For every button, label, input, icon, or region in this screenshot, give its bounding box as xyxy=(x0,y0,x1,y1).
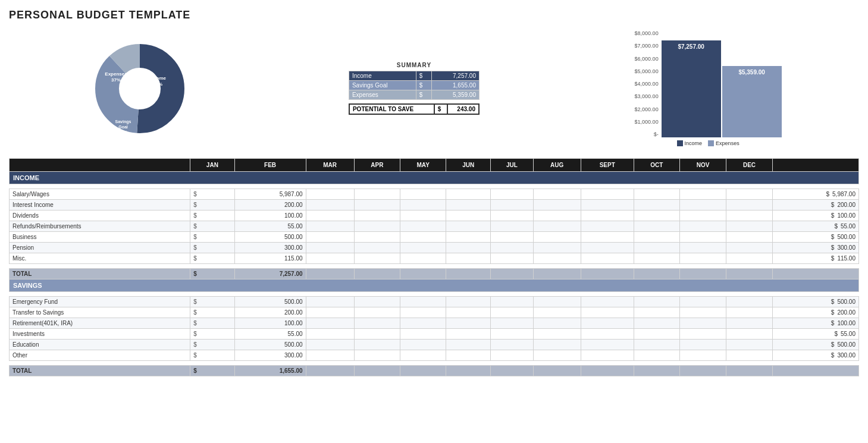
investments-total: $55.00 xyxy=(772,329,858,340)
expenses-bar-label: $5,359.00 xyxy=(738,69,765,76)
investments-jan-sym: $ xyxy=(190,329,235,340)
interest-jan-sym: $ xyxy=(190,200,235,210)
legend-income-label: Income xyxy=(685,140,703,146)
savings-total-sym: $ xyxy=(190,366,235,376)
business-total: $500.00 xyxy=(772,232,858,243)
bar-chart-section: $8,000.00 $7,000.00 $6,000.00 $5,000.00 … xyxy=(635,30,782,146)
income-bar-label: $7,257.00 xyxy=(678,43,704,50)
may-header: MAY xyxy=(400,159,446,172)
aug-header: AUG xyxy=(533,159,581,172)
legend-income-color xyxy=(677,140,683,146)
page-title: PERSONAL BUDGET TEMPLATE xyxy=(9,9,859,21)
savings-section-label: SAVINGS xyxy=(10,279,859,292)
income-pension-row: Pension $ 300.00 $300.00 xyxy=(10,243,859,253)
svg-text:Income: Income xyxy=(149,76,167,81)
income-business-row: Business $ 500.00 $500.00 xyxy=(10,232,859,243)
pension-label: Pension xyxy=(10,243,190,253)
refunds-total: $55.00 xyxy=(772,221,858,232)
dividends-jan-sym: $ xyxy=(190,210,235,221)
summary-title: SUMMARY xyxy=(397,62,431,68)
svg-text:51%: 51% xyxy=(153,81,162,87)
refunds-jan-val: 55.00 xyxy=(234,221,306,232)
interest-jan-val: 200.00 xyxy=(234,200,306,210)
emergency-total: $500.00 xyxy=(772,297,858,307)
potential-save-table: POTENTIAL TO SAVE $ 243.00 xyxy=(349,103,480,115)
potential-save-row: POTENTIAL TO SAVE $ 243.00 xyxy=(349,104,479,114)
savings-retirement-row: Retirement(401K, IRA) $ 100.00 $100.00 xyxy=(10,318,859,329)
savings-total-row: TOTAL $ 1,655.00 xyxy=(10,366,859,376)
jul-header: JUL xyxy=(490,159,533,172)
other-jan-val: 300.00 xyxy=(234,350,306,361)
other-jan-sym: $ xyxy=(190,350,235,361)
transfer-total: $200.00 xyxy=(772,307,858,318)
summary-income-label: Income xyxy=(349,71,416,81)
retirement-jan-sym: $ xyxy=(190,318,235,329)
potential-save-label: POTENTIAL TO SAVE xyxy=(349,104,434,114)
refunds-jan-sym: $ xyxy=(190,221,235,232)
income-total-sym: $ xyxy=(190,269,235,279)
label-header xyxy=(10,159,190,172)
legend-expenses-label: Expenses xyxy=(716,140,739,146)
interest-label: Interest Income xyxy=(10,200,190,210)
summary-expenses-row: Expenses $ 5,359.00 xyxy=(349,90,479,100)
business-jan-val: 500.00 xyxy=(234,232,306,243)
apr-header: APR xyxy=(354,159,400,172)
education-total: $500.00 xyxy=(772,340,858,350)
legend-expenses: Expenses xyxy=(708,140,739,146)
svg-text:Goal: Goal xyxy=(119,125,129,129)
salary-jan-sym: $ xyxy=(190,189,235,200)
interest-total: $200.00 xyxy=(772,200,858,210)
summary-table: Income $ 7,257.00 Savings Goal $ 1,655.0… xyxy=(349,71,480,100)
summary-income-row: Income $ 7,257.00 xyxy=(349,71,479,81)
potential-save-value: 243.00 xyxy=(447,104,479,114)
feb-header: FEB xyxy=(234,159,306,172)
income-refunds-row: Refunds/Reimbursements $ 55.00 $55.00 xyxy=(10,221,859,232)
mar-header: MAR xyxy=(306,159,354,172)
svg-text:Expenses: Expenses xyxy=(105,71,128,77)
potential-save-symbol: $ xyxy=(434,104,447,114)
income-section-label: INCOME xyxy=(10,172,859,184)
retirement-jan-val: 100.00 xyxy=(234,318,306,329)
total-header xyxy=(772,159,858,172)
income-dividends-row: Dividends $ 100.00 $100.00 xyxy=(10,210,859,221)
summary-savings-value: 1,655.00 xyxy=(432,81,480,90)
business-jan-sym: $ xyxy=(190,232,235,243)
income-total-label: TOTAL xyxy=(10,269,190,279)
retirement-label: Retirement(401K, IRA) xyxy=(10,318,190,329)
refunds-label: Refunds/Reimbursements xyxy=(10,221,190,232)
misc-total: $115.00 xyxy=(772,253,858,264)
misc-label: Misc. xyxy=(10,253,190,264)
svg-text:37%: 37% xyxy=(111,77,121,83)
misc-jan-sym: $ xyxy=(190,253,235,264)
spacer4 xyxy=(10,361,859,366)
education-label: Education xyxy=(10,340,190,350)
salary-jan-val: 5,987.00 xyxy=(234,189,306,200)
income-salary-row: Salary/Wages $ 5,987.00 $5,987.00 xyxy=(10,189,859,200)
dividends-total: $100.00 xyxy=(772,210,858,221)
income-section-header: INCOME xyxy=(10,172,859,184)
savings-section-header: SAVINGS xyxy=(10,279,859,292)
emergency-jan-val: 500.00 xyxy=(234,297,306,307)
salary-total: $5,987.00 xyxy=(772,189,858,200)
income-misc-row: Misc. $ 115.00 $115.00 xyxy=(10,253,859,264)
emergency-label: Emergency Fund xyxy=(10,297,190,307)
investments-jan-val: 55.00 xyxy=(234,329,306,340)
jun-header: JUN xyxy=(446,159,491,172)
pension-total: $300.00 xyxy=(772,243,858,253)
income-bar: $7,257.00 xyxy=(662,40,721,137)
emergency-jan-sym: $ xyxy=(190,297,235,307)
retirement-total: $100.00 xyxy=(772,318,858,329)
y-axis: $8,000.00 $7,000.00 $6,000.00 $5,000.00 … xyxy=(635,30,659,137)
other-label: Other xyxy=(10,350,190,361)
svg-text:Savings: Savings xyxy=(115,120,131,124)
transfer-jan-sym: $ xyxy=(190,307,235,318)
savings-total-val: 1,655.00 xyxy=(234,366,306,376)
sept-header: SEPT xyxy=(581,159,634,172)
savings-transfer-row: Transfer to Savings $ 200.00 $200.00 xyxy=(10,307,859,318)
summary-savings-label: Savings Goal xyxy=(349,81,416,90)
summary-income-value: 7,257.00 xyxy=(432,71,480,81)
savings-investments-row: Investments $ 55.00 $55.00 xyxy=(10,329,859,340)
dec-header: DEC xyxy=(726,159,772,172)
pension-jan-val: 300.00 xyxy=(234,243,306,253)
expenses-bar: $5,359.00 xyxy=(722,66,782,137)
